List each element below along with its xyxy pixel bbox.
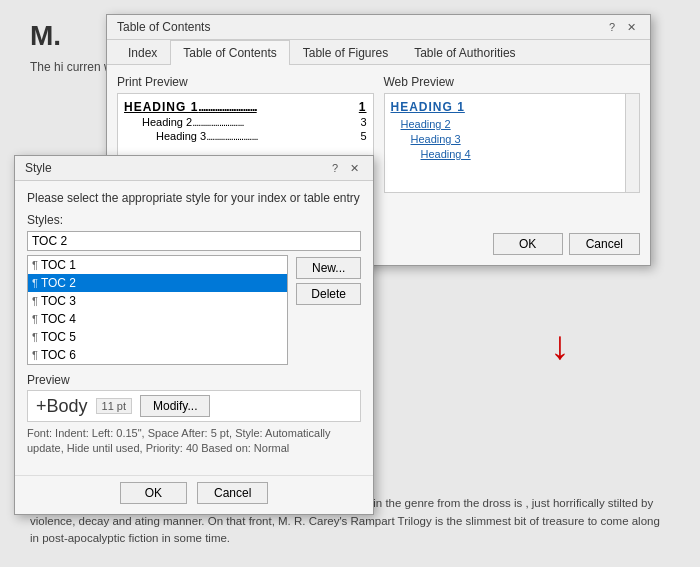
web-preview-box: HEADING 1 Heading 2 Heading 3 Heading 4: [384, 93, 641, 193]
style-dialog-title: Style: [25, 161, 52, 175]
toc-title-buttons: ? ✕: [605, 21, 640, 34]
style-modify-button[interactable]: Modify...: [140, 395, 210, 417]
print-preview-h2: Heading 2......................... 3: [124, 116, 367, 128]
web-preview-label: Web Preview: [384, 75, 641, 89]
style-list-item-toc6[interactable]: ¶ TOC 6: [28, 346, 287, 364]
tab-index[interactable]: Index: [115, 40, 170, 65]
style-cancel-button[interactable]: Cancel: [197, 482, 268, 504]
toc-cancel-button[interactable]: Cancel: [569, 233, 640, 255]
toc-help-button[interactable]: ?: [605, 21, 619, 33]
web-preview-section: Web Preview HEADING 1 Heading 2 Heading …: [384, 75, 641, 193]
style-dialog-bottom-buttons: OK Cancel: [15, 475, 373, 514]
style-list-container: ¶ TOC 1 ¶ TOC 2 ¶ TOC 3 ¶ TOC 4 ¶ TOC: [27, 255, 361, 365]
style-list-item-toc1[interactable]: ¶ TOC 1: [28, 256, 287, 274]
toc-ok-button[interactable]: OK: [493, 233, 563, 255]
styles-label: Styles:: [27, 213, 361, 227]
toc-close-button[interactable]: ✕: [623, 21, 640, 34]
web-preview-scrollbar[interactable]: [625, 94, 639, 192]
print-h1-num: 1: [359, 100, 367, 114]
style-list-item-toc5[interactable]: ¶ TOC 5: [28, 328, 287, 346]
style-preview-text: +Body: [36, 396, 88, 417]
style-dialog: Style ? ✕ Please select the appropriate …: [14, 155, 374, 515]
style-preview-pt: 11 pt: [96, 398, 132, 414]
style-ok-button[interactable]: OK: [120, 482, 187, 504]
style-title-buttons: ? ✕: [328, 162, 363, 175]
style-dialog-body: Please select the appropriate style for …: [15, 181, 373, 475]
style-title-bar: Style ? ✕: [15, 156, 373, 181]
style-preview-box: +Body 11 pt Modify...: [27, 390, 361, 422]
print-preview-label: Print Preview: [117, 75, 374, 89]
web-preview-h3[interactable]: Heading 3: [391, 133, 634, 145]
style-list-item-toc7[interactable]: ¶ TOC 7: [28, 364, 287, 365]
tab-table-of-figures[interactable]: Table of Figures: [290, 40, 401, 65]
style-preview-label: Preview: [27, 373, 361, 387]
web-preview-h1: HEADING 1: [391, 100, 634, 114]
web-preview-h4[interactable]: Heading 4: [391, 148, 634, 160]
print-h2-num: 3: [360, 116, 366, 128]
style-font-info: Font: Indent: Left: 0.15", Space After: …: [27, 426, 361, 457]
tab-table-of-authorities[interactable]: Table of Authorities: [401, 40, 528, 65]
red-arrow-indicator: ↓: [550, 325, 570, 365]
style-list[interactable]: ¶ TOC 1 ¶ TOC 2 ¶ TOC 3 ¶ TOC 4 ¶ TOC: [27, 255, 288, 365]
style-help-button[interactable]: ?: [328, 162, 342, 174]
print-h3-num: 5: [360, 130, 366, 142]
print-h1-text: HEADING 1.........................: [124, 100, 257, 114]
style-list-item-toc3[interactable]: ¶ TOC 3: [28, 292, 287, 310]
style-list-item-toc4[interactable]: ¶ TOC 4: [28, 310, 287, 328]
print-h2-text: Heading 2.........................: [142, 116, 244, 128]
toc-dialog-title: Table of Contents: [117, 20, 210, 34]
style-close-button[interactable]: ✕: [346, 162, 363, 175]
style-list-item-toc2[interactable]: ¶ TOC 2: [28, 274, 287, 292]
tab-table-of-contents[interactable]: Table of Contents: [170, 40, 289, 65]
style-new-button[interactable]: New...: [296, 257, 361, 279]
style-description: Please select the appropriate style for …: [27, 191, 361, 205]
print-preview-h3: Heading 3......................... 5: [124, 130, 367, 142]
web-preview-h2[interactable]: Heading 2: [391, 118, 634, 130]
toc-title-bar: Table of Contents ? ✕: [107, 15, 650, 40]
toc-right-buttons: OK Cancel: [493, 233, 640, 255]
style-name-input[interactable]: [27, 231, 361, 251]
print-preview-h1: HEADING 1......................... 1: [124, 100, 367, 114]
style-action-buttons: New... Delete: [296, 255, 361, 365]
toc-tab-bar: Index Table of Contents Table of Figures…: [107, 40, 650, 65]
print-h3-text: Heading 3.........................: [156, 130, 258, 142]
style-delete-button[interactable]: Delete: [296, 283, 361, 305]
